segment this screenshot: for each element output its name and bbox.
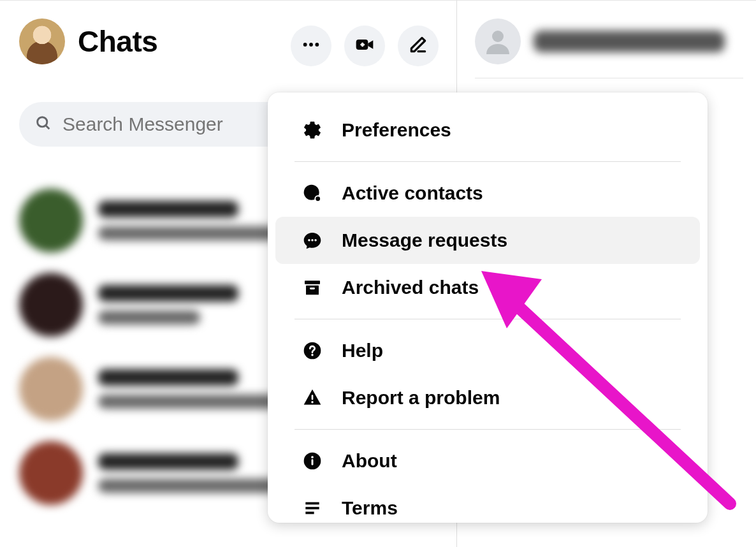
menu-divider xyxy=(294,429,681,430)
menu-item-label: Active contacts xyxy=(342,182,483,204)
more-options-button[interactable] xyxy=(291,26,331,66)
menu-item-help[interactable]: Help xyxy=(275,327,700,374)
svg-point-8 xyxy=(492,31,504,42)
svg-point-6 xyxy=(38,117,47,127)
menu-item-preferences[interactable]: Preferences xyxy=(275,106,700,154)
warning-icon xyxy=(302,388,323,408)
user-avatar[interactable] xyxy=(19,18,65,64)
compose-icon xyxy=(408,34,428,57)
svg-point-23 xyxy=(311,456,314,458)
svg-rect-20 xyxy=(312,395,314,400)
svg-point-21 xyxy=(311,401,313,403)
svg-point-19 xyxy=(311,354,313,356)
svg-rect-27 xyxy=(305,512,314,514)
svg-point-1 xyxy=(309,43,313,47)
conversation-avatar[interactable] xyxy=(475,18,521,64)
menu-item-active-contacts[interactable]: Active contacts xyxy=(275,170,700,217)
menu-item-message-requests[interactable]: Message requests xyxy=(275,217,700,264)
info-icon xyxy=(302,451,323,471)
active-contact-icon xyxy=(302,183,323,203)
terms-icon xyxy=(302,498,323,518)
search-icon xyxy=(34,114,52,135)
menu-divider xyxy=(294,319,681,319)
menu-item-label: Message requests xyxy=(342,230,507,251)
options-menu: Preferences Active contacts Message requ… xyxy=(268,92,708,523)
conversation-divider xyxy=(475,78,743,78)
svg-point-14 xyxy=(314,239,316,241)
svg-rect-17 xyxy=(310,288,315,289)
menu-item-label: Terms xyxy=(342,497,398,519)
svg-rect-24 xyxy=(312,459,314,465)
compose-button[interactable] xyxy=(398,26,439,66)
menu-item-report-problem[interactable]: Report a problem xyxy=(275,374,700,421)
message-requests-icon xyxy=(302,230,323,251)
svg-rect-16 xyxy=(306,286,319,295)
menu-item-label: Report a problem xyxy=(342,387,500,409)
ellipsis-icon xyxy=(301,34,321,57)
menu-item-label: Preferences xyxy=(342,119,451,141)
menu-item-terms[interactable]: Terms xyxy=(275,485,700,523)
svg-rect-26 xyxy=(305,507,319,509)
help-icon xyxy=(302,340,323,361)
archive-icon xyxy=(302,277,323,298)
header-actions xyxy=(291,26,439,66)
menu-item-label: Help xyxy=(342,340,383,361)
conversation-name-redacted xyxy=(534,31,725,52)
svg-point-12 xyxy=(308,239,310,241)
new-video-call-button[interactable] xyxy=(344,26,385,66)
gear-icon xyxy=(302,120,323,140)
menu-divider xyxy=(294,161,681,162)
page-title: Chats xyxy=(78,24,157,59)
video-plus-icon xyxy=(354,34,375,57)
svg-point-2 xyxy=(315,43,319,47)
menu-item-label: Archived chats xyxy=(342,277,479,298)
svg-line-7 xyxy=(46,126,50,129)
svg-rect-25 xyxy=(305,502,319,505)
svg-point-0 xyxy=(303,43,307,47)
svg-point-11 xyxy=(316,196,320,201)
svg-rect-15 xyxy=(305,281,320,284)
menu-item-about[interactable]: About xyxy=(275,437,700,485)
menu-item-archived-chats[interactable]: Archived chats xyxy=(275,264,700,311)
conversation-header xyxy=(475,13,743,70)
svg-point-13 xyxy=(311,239,313,241)
menu-item-label: About xyxy=(342,450,397,472)
svg-rect-5 xyxy=(361,43,363,47)
